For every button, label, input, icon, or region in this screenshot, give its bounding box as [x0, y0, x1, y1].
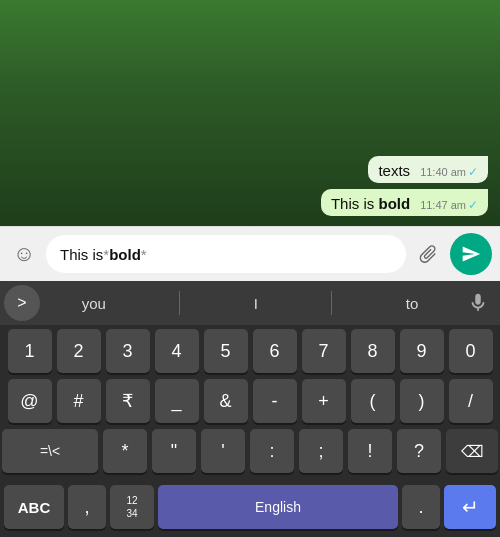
suggestion-item-3[interactable]: to: [396, 289, 429, 318]
backspace-icon: ⌫: [461, 442, 484, 461]
key-4[interactable]: 4: [155, 329, 199, 373]
comma-label: ,: [84, 497, 89, 518]
keyboard: > you I to 1 2 3 4 5 6 7 8 9 0: [0, 281, 500, 537]
key-doublequote[interactable]: ": [152, 429, 196, 473]
key-slash[interactable]: /: [449, 379, 493, 423]
delete-button[interactable]: ⌫: [446, 429, 498, 473]
divider-1: [179, 291, 180, 315]
suggestion-item-2[interactable]: I: [244, 289, 268, 318]
abc-key[interactable]: ABC: [4, 485, 64, 529]
key-9[interactable]: 9: [400, 329, 444, 373]
key-0[interactable]: 0: [449, 329, 493, 373]
language-key[interactable]: English: [158, 485, 398, 529]
message-bubble-2: This is bold 11:47 am ✓: [321, 189, 488, 216]
key-question[interactable]: ?: [397, 429, 441, 473]
key-ampersand[interactable]: &: [204, 379, 248, 423]
key-colon[interactable]: :: [250, 429, 294, 473]
message2-prefix: This is: [331, 195, 379, 212]
abc-label: ABC: [18, 499, 51, 516]
key-at[interactable]: @: [8, 379, 52, 423]
arrow-icon: >: [17, 294, 26, 312]
key-exclaim[interactable]: !: [348, 429, 392, 473]
mic-icon: [467, 292, 489, 314]
key-lparen[interactable]: (: [351, 379, 395, 423]
numbers-label: 1234: [126, 494, 137, 520]
key-8[interactable]: 8: [351, 329, 395, 373]
message2-meta: 11:47 am ✓: [420, 198, 478, 212]
period-key[interactable]: .: [402, 485, 440, 529]
key-6[interactable]: 6: [253, 329, 297, 373]
key-plus[interactable]: +: [302, 379, 346, 423]
asterisk2: *: [141, 246, 147, 263]
message1-time: 11:40 am: [420, 166, 466, 178]
key-asterisk[interactable]: *: [103, 429, 147, 473]
number-row: 1 2 3 4 5 6 7 8 9 0: [2, 329, 498, 373]
language-label: English: [255, 499, 301, 515]
message-input[interactable]: This is *bold*: [46, 235, 406, 273]
key-rparen[interactable]: ): [400, 379, 444, 423]
suggestions-row: > you I to: [0, 281, 500, 325]
suggestion-expand-button[interactable]: >: [4, 285, 40, 321]
message2-bold: bold: [378, 195, 410, 212]
suggestions-list: you I to: [40, 289, 460, 318]
send-icon: [461, 244, 481, 264]
period-label: .: [418, 497, 423, 518]
symbol-row-2: =\< * " ' : ; ! ? ⌫: [2, 429, 498, 473]
key-rupee[interactable]: ₹: [106, 379, 150, 423]
input-bar: ☺ This is *bold*: [0, 226, 500, 281]
paperclip-icon: [412, 238, 443, 269]
key-2[interactable]: 2: [57, 329, 101, 373]
key-semicolon[interactable]: ;: [299, 429, 343, 473]
key-3[interactable]: 3: [106, 329, 150, 373]
key-equals-backslash[interactable]: =\<: [2, 429, 98, 473]
tick-icon-1: ✓: [468, 165, 478, 179]
input-prefix: This is: [60, 246, 103, 263]
message2-time: 11:47 am: [420, 199, 466, 211]
enter-icon: ↵: [462, 495, 479, 519]
symbol-row-1: @ # ₹ _ & - + ( ) /: [2, 379, 498, 423]
suggestion-item-1[interactable]: you: [72, 289, 116, 318]
send-button[interactable]: [450, 233, 492, 275]
key-1[interactable]: 1: [8, 329, 52, 373]
comma-key[interactable]: ,: [68, 485, 106, 529]
key-singlequote[interactable]: ': [201, 429, 245, 473]
emoji-icon: ☺: [13, 241, 35, 267]
message1-text: texts: [378, 162, 410, 179]
message1-meta: 11:40 am ✓: [420, 165, 478, 179]
key-underscore[interactable]: _: [155, 379, 199, 423]
numbers-key[interactable]: 1234: [110, 485, 154, 529]
emoji-button[interactable]: ☺: [8, 238, 40, 270]
message-text-2: This is bold: [331, 195, 410, 212]
enter-key[interactable]: ↵: [444, 485, 496, 529]
chat-area: texts 11:40 am ✓ This is bold 11:47 am ✓: [0, 0, 500, 226]
input-bold-text: bold: [109, 246, 141, 263]
key-7[interactable]: 7: [302, 329, 346, 373]
attach-button[interactable]: [405, 231, 450, 276]
tick-icon-2: ✓: [468, 198, 478, 212]
bottom-bar: ABC , 1234 English . ↵: [0, 479, 500, 537]
key-5[interactable]: 5: [204, 329, 248, 373]
message-text-1: texts: [378, 162, 410, 179]
key-hash[interactable]: #: [57, 379, 101, 423]
message-bubble-1: texts 11:40 am ✓: [368, 156, 488, 183]
key-rows: 1 2 3 4 5 6 7 8 9 0 @ # ₹ _ & - + ( ) / …: [0, 325, 500, 473]
divider-2: [331, 291, 332, 315]
key-minus[interactable]: -: [253, 379, 297, 423]
microphone-button[interactable]: [460, 285, 496, 321]
